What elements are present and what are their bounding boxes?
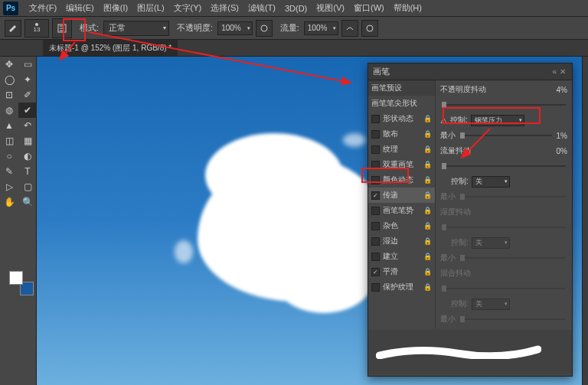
control-label: 控制: (451, 176, 469, 187)
checkbox[interactable] (371, 253, 380, 261)
opacity-jitter-value[interactable]: 4% (557, 86, 567, 94)
slider-disabled (460, 318, 566, 320)
shape-dynamics-row[interactable]: 形状动态🔒 (368, 111, 435, 126)
crop-tool[interactable]: ⊡ (0, 87, 18, 103)
brush-tool[interactable]: ✔ (18, 103, 37, 118)
marquee-tool[interactable]: ▭ (18, 57, 37, 72)
brush-pose-row[interactable]: 画笔笔势🔒 (368, 203, 435, 218)
control-dropdown-off[interactable]: 关 (472, 176, 510, 188)
color-swatches[interactable] (9, 271, 34, 295)
foreground-color[interactable] (9, 271, 23, 285)
menu-layer[interactable]: 图层(L) (132, 2, 168, 14)
checkbox-checked[interactable]: ✓ (371, 268, 380, 276)
texture-row[interactable]: 纹理🔒 (368, 142, 435, 157)
panel-title: 画笔 (373, 66, 550, 77)
opacity-pressure-icon[interactable] (256, 20, 273, 37)
menu-file[interactable]: 文件(F) (24, 2, 61, 14)
brush-settings-area: 不透明度抖动4% ⚠控制:钢笔压力 最小1% 流量抖动0% 控制:关 最小 湿度… (436, 80, 572, 328)
wand-tool[interactable]: ✦ (18, 72, 37, 87)
tool-preset-icon[interactable] (5, 20, 21, 37)
menu-help[interactable]: 帮助(H) (389, 2, 426, 14)
zoom-tool[interactable]: 🔍 (18, 194, 37, 210)
gradient-tool[interactable]: ▦ (18, 133, 37, 148)
panel-close-icon[interactable]: ✕ (558, 67, 567, 76)
checkbox[interactable] (371, 161, 380, 169)
opacity-value[interactable]: 100% (217, 21, 253, 35)
spot-heal-tool[interactable]: ◍ (0, 103, 18, 118)
min-value[interactable]: 1% (557, 132, 567, 140)
path-select-tool[interactable]: ▷ (0, 179, 18, 194)
stamp-tool[interactable]: ▲ (0, 118, 18, 133)
shape-tool[interactable]: ▢ (18, 179, 37, 194)
min-slider[interactable] (460, 135, 552, 136)
eraser-tool[interactable]: ◫ (0, 133, 18, 148)
hand-tool[interactable]: ✋ (0, 194, 18, 210)
transfer-row[interactable]: ✓传递🔒 (368, 188, 435, 203)
options-bar: 13 模式: 正常 不透明度: 100% 流量: 100% (0, 17, 588, 40)
control-dropdown-disabled: 关 (472, 237, 510, 249)
scatter-row[interactable]: 散布🔒 (368, 126, 435, 142)
document-tab[interactable]: 未标题-1 @ 152% (图层 1, RGB/8) * (43, 40, 178, 56)
checkbox[interactable] (371, 237, 380, 246)
menu-3d[interactable]: 3D(D) (280, 4, 312, 13)
menu-type[interactable]: 文字(Y) (169, 2, 207, 14)
pen-tool[interactable]: ✎ (0, 164, 18, 179)
color-dynamics-row[interactable]: 颜色动态🔒 (368, 172, 435, 188)
dual-brush-row[interactable]: 双重画笔🔒 (368, 157, 435, 172)
type-tool[interactable]: T (18, 164, 37, 179)
dodge-tool[interactable]: ◐ (18, 148, 37, 164)
menu-edit[interactable]: 编辑(E) (61, 2, 99, 14)
lock-icon[interactable]: 🔒 (423, 253, 432, 260)
menu-select[interactable]: 选择(S) (206, 2, 243, 14)
lock-icon[interactable]: 🔒 (423, 115, 432, 122)
protect-texture-row[interactable]: 保护纹理🔒 (368, 279, 435, 295)
checkbox[interactable] (371, 130, 380, 139)
checkbox[interactable] (371, 176, 380, 184)
canvas-gutter (582, 57, 588, 385)
brush-tip-row[interactable]: 画笔笔尖形状 (368, 96, 435, 111)
lock-icon[interactable]: 🔒 (423, 222, 432, 230)
lock-icon[interactable]: 🔒 (423, 283, 432, 291)
checkbox[interactable] (371, 283, 380, 292)
menu-filter[interactable]: 滤镜(T) (243, 2, 280, 14)
brush-panel-toggle[interactable] (52, 18, 72, 38)
lock-icon[interactable]: 🔒 (423, 130, 432, 138)
flow-value[interactable]: 100% (304, 21, 339, 35)
checkbox[interactable] (371, 222, 380, 230)
buildup-row[interactable]: 建立🔒 (368, 249, 435, 264)
lock-icon[interactable]: 🔒 (423, 191, 432, 199)
tablet-pressure-icon[interactable] (361, 20, 378, 37)
mode-dropdown[interactable]: 正常 (103, 21, 169, 36)
lock-icon[interactable]: 🔒 (423, 161, 432, 168)
flow-jitter-value[interactable]: 0% (557, 147, 567, 155)
control-dropdown-pen[interactable]: 钢笔压力 (471, 115, 524, 126)
wet-edges-row[interactable]: 湿边🔒 (368, 233, 435, 249)
panel-titlebar[interactable]: 画笔 « ✕ (368, 64, 572, 80)
lock-icon[interactable]: 🔒 (423, 268, 432, 276)
checkbox[interactable] (371, 145, 380, 154)
lock-icon[interactable]: 🔒 (423, 237, 432, 245)
panel-menu-icon[interactable]: « (550, 67, 558, 76)
flow-jitter-slider[interactable] (442, 165, 566, 167)
brush-size-picker[interactable]: 13 (24, 19, 49, 38)
svg-point-2 (367, 25, 373, 31)
menu-view[interactable]: 视图(V) (312, 2, 349, 14)
checkbox[interactable] (371, 115, 380, 123)
brush-preset-row[interactable]: 画笔预设 (368, 80, 435, 96)
lock-icon[interactable]: 🔒 (423, 176, 432, 184)
lock-icon[interactable]: 🔒 (423, 145, 432, 153)
airbrush-icon[interactable] (341, 20, 358, 37)
noise-row[interactable]: 杂色🔒 (368, 218, 435, 233)
menu-window[interactable]: 窗口(W) (349, 2, 389, 14)
checkbox[interactable] (371, 207, 380, 215)
move-tool[interactable]: ✥ (0, 57, 18, 72)
lock-icon[interactable]: 🔒 (423, 207, 432, 214)
eyedropper-tool[interactable]: ✐ (18, 87, 37, 103)
checkbox-checked[interactable]: ✓ (371, 191, 380, 200)
menu-image[interactable]: 图像(I) (99, 2, 132, 14)
blur-tool[interactable]: ○ (0, 148, 18, 164)
opacity-jitter-slider[interactable] (442, 104, 566, 106)
lasso-tool[interactable]: ◯ (0, 72, 18, 87)
history-brush-tool[interactable]: ↶ (18, 118, 37, 133)
smoothing-row[interactable]: ✓平滑🔒 (368, 264, 435, 279)
